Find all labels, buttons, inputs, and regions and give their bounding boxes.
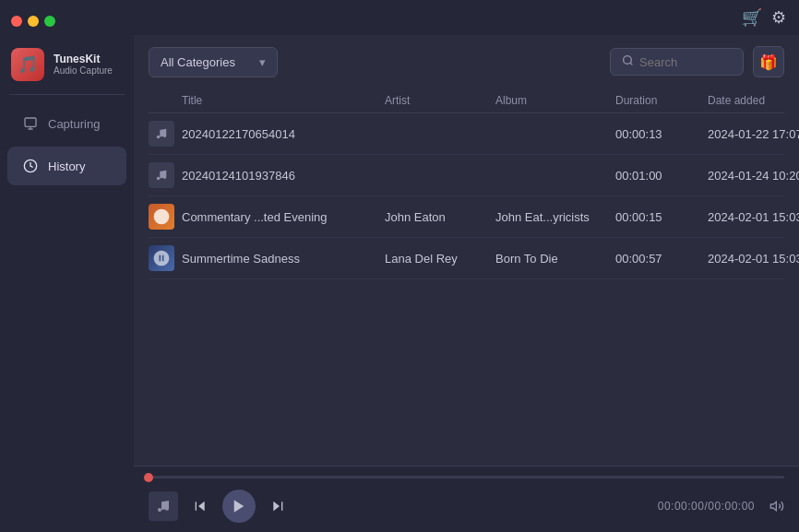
row-title: 20240122170654014 xyxy=(182,127,385,141)
play-button[interactable] xyxy=(222,490,256,523)
app-subtitle: Audio Capture xyxy=(54,65,113,77)
track-thumbnail xyxy=(149,121,174,147)
svg-point-6 xyxy=(154,209,170,225)
capturing-label: Capturing xyxy=(48,117,100,131)
player-thumbnail xyxy=(149,491,178,521)
svg-point-4 xyxy=(624,56,632,65)
row-title: 20240124101937846 xyxy=(182,169,385,183)
row-album: John Eat...yricists xyxy=(495,210,615,224)
row-thumb xyxy=(149,245,182,271)
progress-track[interactable] xyxy=(149,476,784,479)
table-row[interactable]: 20240124101937846 00:01:00 2024-01-24 10… xyxy=(149,155,784,196)
capturing-icon xyxy=(22,115,39,132)
close-button[interactable] xyxy=(11,16,22,27)
header-album: Album xyxy=(495,94,615,107)
toolbar: All Categories ▾ 🎁 xyxy=(134,35,799,89)
svg-marker-14 xyxy=(770,502,776,510)
header-check xyxy=(149,94,182,107)
row-artist: John Eaton xyxy=(385,210,495,224)
svg-line-5 xyxy=(630,63,632,65)
svg-marker-9 xyxy=(198,502,205,512)
row-date: 2024-02-01 15:03 xyxy=(708,210,799,224)
svg-marker-12 xyxy=(273,502,280,512)
row-duration: 00:00:57 xyxy=(615,252,708,266)
row-duration: 00:00:15 xyxy=(615,210,708,224)
row-date: 2024-02-01 15:03 xyxy=(708,252,799,266)
category-label: All Categories xyxy=(161,55,235,69)
row-title: Summertime Sadness xyxy=(182,252,385,266)
header-date: Date added xyxy=(708,94,799,107)
logo-text: TunesKit Audio Capture xyxy=(54,53,113,77)
track-thumbnail xyxy=(149,245,174,271)
settings-icon[interactable]: ⚙ xyxy=(771,7,786,28)
app-name: TunesKit xyxy=(54,53,113,65)
row-title: Commentary ...ted Evening xyxy=(182,210,385,224)
app-logo: 🎵 TunesKit Audio Capture xyxy=(0,35,134,94)
progress-thumb xyxy=(144,473,153,482)
row-thumb xyxy=(149,162,182,188)
row-duration: 00:00:13 xyxy=(615,127,708,141)
next-button[interactable] xyxy=(270,499,285,514)
row-album: Born To Die xyxy=(495,252,615,266)
header-title: Title xyxy=(182,94,385,107)
player-controls: 00:00:00/00:00:00 xyxy=(149,490,784,523)
row-artist: Lana Del Rey xyxy=(385,252,495,266)
table-row[interactable]: Summertime Sadness Lana Del Rey Born To … xyxy=(149,238,784,279)
prev-button[interactable] xyxy=(193,499,208,514)
minimize-button[interactable] xyxy=(28,16,39,27)
topbar-right: 🎁 xyxy=(610,46,784,77)
chevron-down-icon: ▾ xyxy=(259,55,266,69)
sidebar-nav: Capturing History xyxy=(0,95,134,195)
sidebar-item-capturing[interactable]: Capturing xyxy=(7,104,126,143)
category-dropdown[interactable]: All Categories ▾ xyxy=(149,47,278,77)
row-thumb xyxy=(149,204,182,230)
svg-marker-11 xyxy=(234,500,244,513)
track-thumbnail xyxy=(149,162,174,188)
table-row[interactable]: 20240122170654014 00:00:13 2024-01-22 17… xyxy=(149,113,784,155)
header-artist: Artist xyxy=(385,94,495,107)
player-bar: 00:00:00/00:00:00 xyxy=(134,466,799,532)
header-duration: Duration xyxy=(615,94,708,107)
main-content: All Categories ▾ 🎁 xyxy=(134,35,799,532)
maximize-button[interactable] xyxy=(44,16,55,27)
history-label: History xyxy=(48,160,85,173)
search-box xyxy=(610,48,744,76)
row-date: 2024-01-22 17:07 xyxy=(708,127,799,141)
search-input[interactable] xyxy=(639,55,732,69)
window-controls xyxy=(11,16,55,27)
sidebar: 🎵 TunesKit Audio Capture Capturing xyxy=(0,35,134,532)
gift-button[interactable]: 🎁 xyxy=(753,46,784,77)
svg-rect-0 xyxy=(25,118,36,126)
cart-icon[interactable]: 🛒 xyxy=(742,7,762,28)
row-duration: 00:01:00 xyxy=(615,169,708,183)
time-display: 00:00:00/00:00:00 xyxy=(658,500,755,513)
row-date: 2024-01-24 10:20 xyxy=(708,169,799,183)
volume-button[interactable] xyxy=(769,499,784,514)
search-icon xyxy=(622,54,634,69)
table-row[interactable]: Commentary ...ted Evening John Eaton Joh… xyxy=(149,196,784,238)
table-header: Title Artist Album Duration Date added xyxy=(149,89,784,113)
logo-icon: 🎵 xyxy=(11,48,44,81)
sidebar-item-history[interactable]: History xyxy=(7,147,126,185)
track-table: Title Artist Album Duration Date added xyxy=(134,89,799,466)
row-thumb xyxy=(149,121,182,147)
track-thumbnail xyxy=(149,204,174,230)
history-icon xyxy=(22,158,39,174)
